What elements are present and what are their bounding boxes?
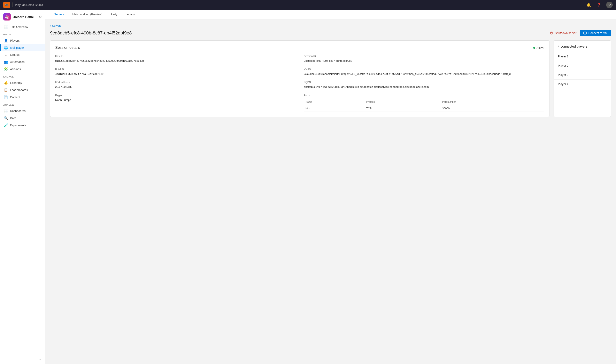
field-region: Region North Europe [55,94,296,112]
build-id-value: 44313c9c-75fe-466f-a71a-34c1fcde2489 [55,72,296,76]
sidebar-item-experiments[interactable]: 🧪 Experiments [0,122,45,129]
notifications-icon[interactable]: 🔔 [587,3,591,7]
player-list-item[interactable]: Player 3 [554,70,611,79]
tab-legacy[interactable]: Legacy [121,10,139,19]
breadcrumb[interactable]: ‹ Servers [50,24,611,27]
sidebar-item-players[interactable]: 👤 Players [0,37,45,44]
folder-icon: 🗂 [4,53,8,57]
breadcrumb-chevron-icon: ‹ [50,24,51,27]
sidebar: 🦄 Unicorn Battle ⚙ 📊 Title Overview BUIL… [0,10,45,364]
player-list-item[interactable]: Player 1 [554,52,611,61]
field-build-id: Build ID 44313c9c-75fe-466f-a71a-34c1fcd… [55,68,296,76]
app-logo[interactable]: 🎮 [3,2,10,8]
tab-party[interactable]: Party [107,10,122,19]
ipv4-label: IPv4 address [55,81,296,84]
sidebar-collapse-button[interactable]: « [0,354,45,364]
top-nav: 🎮 PlayFab Demo Studio 🔔 ❓ RA [0,0,616,10]
page-header: 9cd8dcb5-efc8-490b-8c87-db4f52dbf9e8 Shu… [50,30,611,36]
sidebar-item-title-overview[interactable]: 📊 Title Overview [0,23,45,30]
fqdn-label: FQDN [304,81,544,84]
sidebar-label-leaderboards: Leaderboards [10,88,28,92]
sidebar-item-dashboards[interactable]: 📊 Dashboards [0,107,45,115]
user-avatar[interactable]: RA [606,2,613,8]
status-label: Active [536,46,544,49]
addon-icon: 🧩 [4,67,8,71]
page-actions: Shutdown server Connect to VM [550,30,611,36]
sidebar-item-addons[interactable]: 🧩 Add-ons [0,65,45,73]
monitor-icon [583,31,587,35]
sidebar-label-experiments: Experiments [10,124,26,127]
sidebar-label-title-overview: Title Overview [10,25,28,28]
sidebar-label-players: Players [10,39,20,42]
port-col-protocol: Protocol [365,100,441,105]
connect-to-vm-button[interactable]: Connect to VM [580,30,611,36]
shutdown-server-button[interactable]: Shutdown server [550,31,576,35]
economy-icon: 💰 [4,81,8,85]
ports-table: Name Protocol Port number http TCP 30000 [304,100,544,112]
data-icon: 🔍 [4,116,8,120]
status-dot-icon [533,47,535,49]
sidebar-label-data: Data [10,117,16,120]
status-badge: Active [533,46,544,49]
player-list-item[interactable]: Player 4 [554,79,611,89]
tab-matchmaking[interactable]: Matchmaking (Preview) [68,10,106,19]
app-title: PlayFab Demo Studio [15,3,43,7]
main-content: Servers Matchmaking (Preview) Party Lega… [45,10,616,364]
session-fields-grid: Host ID 81d06a1bd5f7c74c37f3636a26e7d84a… [55,55,544,112]
content-area: ‹ Servers 9cd8dcb5-efc8-490b-8c87-db4f52… [45,19,616,364]
sidebar-item-automation[interactable]: 👥 Automation [0,58,45,65]
vm-id-value: xcloudneu4ud0liaeamcr:NorthEurope:A5F3_9… [304,72,544,76]
section-analyze: ANALYZE [0,101,45,107]
field-vm-id: VM ID xcloudneu4ud0liaeamcr:NorthEurope:… [304,68,544,76]
connected-players-panel: 4 connected players Player 1Player 2Play… [554,40,611,117]
leaderboard-icon: 📋 [4,88,8,92]
sidebar-item-economy[interactable]: 💰 Economy [0,79,45,86]
dashboard-icon: 📊 [4,109,8,113]
breadcrumb-label: Servers [52,24,61,27]
sidebar-item-groups[interactable]: 🗂 Groups [0,51,45,58]
page-title: 9cd8dcb5-efc8-490b-8c87-db4f52dbf9e8 [50,30,132,36]
port-col-number: Port number [441,100,544,105]
content-icon: 📄 [4,95,8,99]
region-label: Region [55,94,296,97]
session-title: Session details [55,46,80,50]
field-ipv4: IPv4 address 20.67.202.180 [55,81,296,89]
port-row: http TCP 30000 [304,105,544,112]
port-protocol: TCP [365,105,441,112]
sidebar-label-automation: Automation [10,60,25,64]
section-engage: ENGAGE [0,73,45,79]
experiments-icon: 🧪 [4,123,8,127]
person-icon: 👤 [4,39,8,42]
help-icon[interactable]: ❓ [597,3,601,7]
sidebar-item-multiplayer[interactable]: 🌐 Multiplayer [0,44,45,51]
sidebar-header: 🦄 Unicorn Battle ⚙ [0,10,45,23]
field-ports: Ports Name Protocol Port number [304,94,544,112]
sidebar-item-content[interactable]: 📄 Content [0,93,45,101]
ipv4-value: 20.67.202.180 [55,85,296,89]
shutdown-label: Shutdown server [555,31,576,35]
host-id-label: Host ID [55,55,296,58]
session-header: Session details Active [55,46,544,50]
sidebar-label-content: Content [10,96,20,99]
sidebar-item-leaderboards[interactable]: 📋 Leaderboards [0,86,45,93]
project-logo: 🦄 [3,13,11,21]
player-list-item[interactable]: Player 2 [554,61,611,70]
nav-divider [12,2,13,7]
section-build: BUILD [0,30,45,37]
two-col-layout: Session details Active Host ID 81d06a1bd… [50,40,611,117]
project-settings-icon[interactable]: ⚙ [39,15,42,19]
region-value: North Europe [55,98,296,102]
field-session-id: Session ID 9cd8dcb5-efc8-490b-8c87-db4f5… [304,55,544,63]
port-col-name: Name [304,100,365,105]
project-name: Unicorn Battle [13,15,34,19]
sidebar-item-data[interactable]: 🔍 Data [0,115,45,122]
tab-bar: Servers Matchmaking (Preview) Party Lega… [45,10,616,19]
ports-label: Ports [304,94,544,97]
session-details-panel: Session details Active Host ID 81d06a1bd… [50,40,549,117]
sidebar-label-multiplayer: Multiplayer [10,46,24,49]
fqdn-value: dns0db8c149-44d3-4362-ab82-3414bdd5c88b-… [304,85,544,89]
port-number: 30000 [441,105,544,112]
tab-servers[interactable]: Servers [50,10,68,19]
sidebar-label-economy: Economy [10,81,22,84]
sidebar-label-groups: Groups [10,53,19,56]
